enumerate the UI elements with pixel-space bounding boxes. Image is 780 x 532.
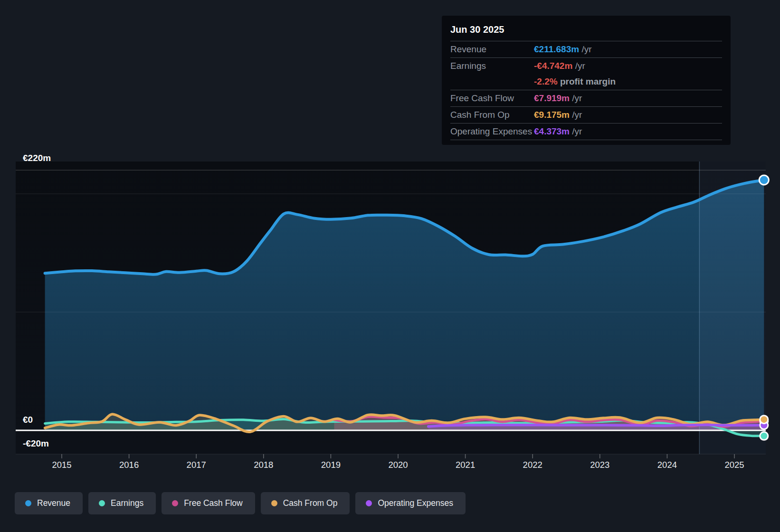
earnings-end-marker[interactable] — [760, 432, 768, 440]
legend-dot-earnings — [99, 500, 105, 506]
legend-label: Operating Expenses — [378, 498, 453, 508]
last-12-months-highlight-band — [699, 162, 766, 454]
y-axis-max-label: €220m — [23, 153, 51, 163]
legend-item-cash-from-op[interactable]: Cash From Op — [261, 492, 350, 514]
x-tick-label-2023: 2023 — [590, 460, 609, 470]
highlight-band-rect — [699, 162, 766, 454]
x-tick-label-2015: 2015 — [52, 460, 71, 470]
page: { "chart_data": { "type": "area", "unit"… — [0, 0, 780, 532]
x-tick-label-2020: 2020 — [388, 460, 408, 470]
earnings-value: -€4.742m — [534, 61, 572, 71]
legend-label: Revenue — [37, 498, 70, 508]
legend-dot-free-cash-flow — [172, 500, 178, 506]
tooltip-date: Jun 30 2025 — [450, 20, 722, 41]
y-axis-zero-label: €0 — [23, 415, 33, 425]
operating-expenses-value: €4.373m — [534, 126, 570, 136]
tooltip-row-cash-from-op: Cash From Op €9.175m /yr — [450, 107, 722, 124]
legend-dot-operating-expenses — [366, 500, 372, 506]
tooltip-row-free-cash-flow: Free Cash Flow €7.919m /yr — [450, 90, 722, 107]
x-tick-label-2021: 2021 — [456, 460, 475, 470]
x-tick-label-2017: 2017 — [187, 460, 206, 470]
legend-label: Cash From Op — [283, 498, 338, 508]
tooltip-row-earnings: Earnings -€4.742m /yr -2.2% profit margi… — [450, 58, 722, 90]
x-tick-label-2022: 2022 — [523, 460, 542, 470]
legend-dot-cash-from-op — [271, 500, 277, 506]
legend-item-revenue[interactable]: Revenue — [15, 492, 83, 514]
x-tick-label-2019: 2019 — [321, 460, 341, 470]
legend-item-operating-expenses[interactable]: Operating Expenses — [355, 492, 466, 514]
legend-item-earnings[interactable]: Earnings — [88, 492, 156, 514]
tooltip-row-revenue: Revenue €211.683m /yr — [450, 41, 722, 58]
x-tick-label-2024: 2024 — [657, 460, 677, 470]
x-tick-label-2025: 2025 — [724, 460, 744, 470]
profit-margin: -2.2% profit margin — [534, 76, 722, 87]
tooltip-row-operating-expenses: Operating Expenses €4.373m /yr — [450, 124, 722, 140]
chart-tooltip: Jun 30 2025 Revenue €211.683m /yr Earnin… — [442, 16, 731, 145]
legend-item-free-cash-flow[interactable]: Free Cash Flow — [162, 492, 255, 514]
x-tick-label-2018: 2018 — [254, 460, 273, 470]
chart-legend: RevenueEarningsFree Cash FlowCash From O… — [15, 492, 466, 514]
cash-from-op-end-marker[interactable] — [760, 416, 768, 424]
cash-from-op-value: €9.175m — [534, 110, 570, 120]
legend-dot-revenue — [25, 500, 31, 506]
free-cash-flow-value: €7.919m — [534, 93, 570, 103]
x-tick-label-2016: 2016 — [119, 460, 139, 470]
legend-label: Free Cash Flow — [184, 498, 243, 508]
operating-expenses-line — [428, 425, 764, 427]
x-axis: 2015201620172018201920202021202220232024… — [16, 454, 766, 470]
legend-label: Earnings — [111, 498, 143, 508]
y-axis-min-label: -€20m — [23, 438, 49, 448]
revenue-end-marker[interactable] — [759, 175, 769, 185]
revenue-value: €211.683m — [534, 44, 579, 54]
